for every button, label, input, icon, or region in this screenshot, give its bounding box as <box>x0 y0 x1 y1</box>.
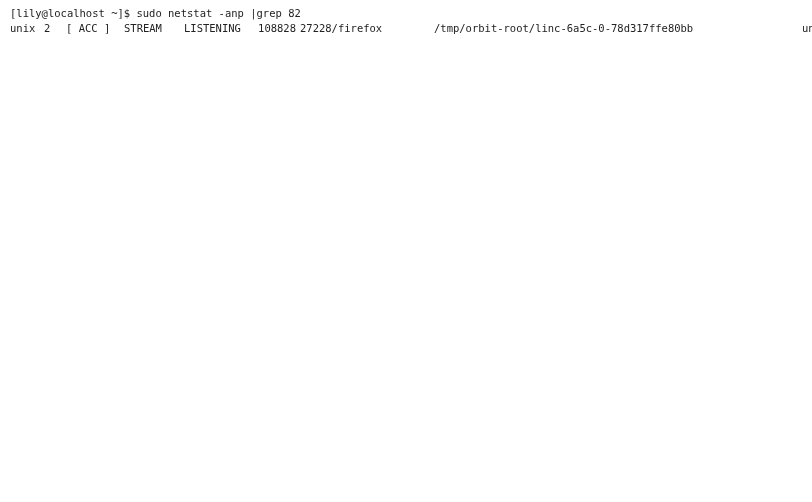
netstat-output: unix2[ ACC ]STREAMLISTENING10882827228/f… <box>10 21 802 35</box>
table-row: unix2[ ACC ]STREAMLISTENING178862617/gno… <box>802 21 812 35</box>
shell-prompt[interactable]: [lily@localhost ~]$ sudo netstat -anp |g… <box>10 6 802 20</box>
col-type: STREAM <box>124 21 184 35</box>
col-inode: 108828 <box>254 21 300 35</box>
col-flags: [ ACC ] <box>66 21 124 35</box>
col-refcnt: 2 <box>44 21 66 35</box>
table-row: unix2[ ACC ]STREAMLISTENING10882827228/f… <box>10 21 802 35</box>
col-path: /tmp/orbit-root/linc-6a5c-0-78d317ffe80b… <box>434 21 693 35</box>
col-proto: unix <box>802 21 812 35</box>
col-proto: unix <box>10 21 44 35</box>
col-pid-program: 27228/firefox <box>300 21 434 35</box>
col-state: LISTENING <box>184 21 254 35</box>
